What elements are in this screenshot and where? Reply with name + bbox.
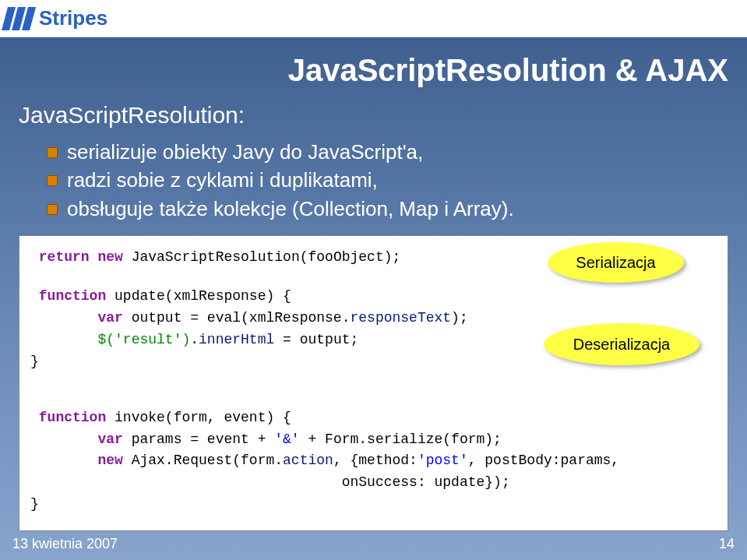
keyword-new: new [97,453,122,468]
code-text: Ajax.Request(form. [123,453,283,468]
slide-footer: 13 kwietnia 2007 14 [12,536,735,552]
list-item: serializuje obiekty Javy do JavaScript'a… [47,138,728,166]
footer-page: 14 [719,536,735,552]
code-indent [30,474,342,490]
code-line: function update(xmlResponse) { [30,286,717,308]
code-indent [30,431,97,447]
code-text: update(xmlResponse) { [106,288,291,304]
keyword-function: function [39,410,106,425]
code-string: '&' [274,431,299,447]
keyword-return: return [39,249,90,265]
code-text: params = event + [123,431,274,447]
logo-text: Stripes [39,6,107,30]
code-property: action [283,453,333,468]
code-text: , {method: [333,453,418,468]
code-string: 'post' [418,453,468,468]
code-indent [30,332,97,347]
code-text: = output; [274,332,358,347]
code-property: innerHtml [199,332,274,347]
code-line: } [30,494,717,516]
code-box: Serializacja Deserializacja return new J… [19,235,728,531]
code-text: JavaScriptResolution(fooObject); [123,249,400,265]
code-text: ); [451,310,468,326]
code-indent [30,310,97,326]
keyword-var: var [97,310,122,326]
code-text: invoke(form, event) { [106,410,291,425]
code-line: new Ajax.Request(form.action, {method:'p… [30,450,717,472]
code-text: , postBody:params, [468,453,619,468]
keyword-function: function [39,288,106,304]
code-line: var params = event + '&' + Form.serializ… [30,429,717,451]
footer-date: 13 kwietnia 2007 [12,536,118,552]
slide-subtitle: JavaScriptResolution: [19,102,728,129]
code-line: function invoke(form, event) { [30,407,717,429]
code-text: output = eval(xmlResponse. [123,310,351,326]
stripes-logo: Stripes [5,6,107,30]
keyword-var: var [97,431,122,447]
keyword-new: new [97,249,122,265]
code-property: responseText [350,310,451,326]
slide-title: JavaScriptResolution & AJAX [19,53,728,88]
bullet-list: serializuje obiekty Javy do JavaScript'a… [47,138,728,223]
callout-deserializacja: Deserializacja [544,323,699,365]
list-item: radzi sobie z cyklami i duplikatami, [47,166,728,194]
logo-bars-icon [2,7,36,30]
code-indent [30,453,97,468]
callout-serializacja: Serializacja [548,242,684,283]
list-item: obsługuje także kolekcje (Collection, Ma… [47,195,728,223]
code-text: onSuccess: update}); [342,474,510,490]
code-text: . [190,332,199,347]
slide-content: JavaScriptResolution & AJAX JavaScriptRe… [0,37,747,531]
code-line: onSuccess: update}); [30,472,717,494]
code-jquery: $('result') [97,332,190,347]
code-text: + Form.serialize(form); [300,431,502,447]
slide-header: Stripes [0,0,747,37]
